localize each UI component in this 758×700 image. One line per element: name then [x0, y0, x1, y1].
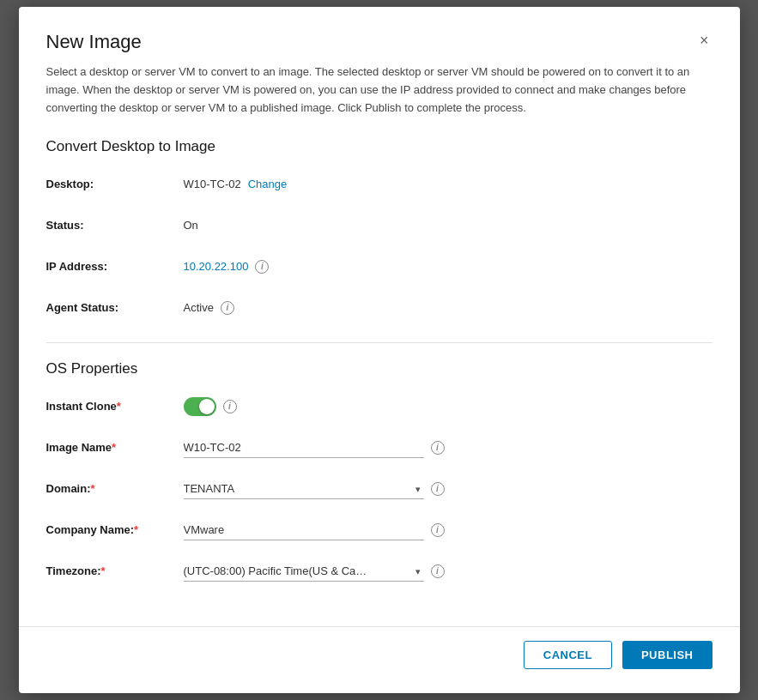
agent-row: Agent Status: Active i: [46, 294, 713, 322]
timezone-select-wrapper: (UTC-08:00) Pacific Time(US & Ca… ▾: [184, 561, 424, 582]
os-properties-section: OS Properties Instant Clone* i Image Nam…: [46, 360, 713, 585]
timezone-info-icon[interactable]: i: [431, 564, 445, 578]
image-name-row: Image Name* i: [46, 434, 713, 462]
ip-label: IP Address:: [46, 260, 184, 273]
section2-title: OS Properties: [46, 360, 713, 377]
dialog-title: New Image: [46, 31, 142, 53]
agent-value-container: Active i: [184, 301, 713, 315]
status-value: On: [184, 219, 198, 232]
company-row: Company Name:* i: [46, 516, 713, 544]
new-image-dialog: New Image × Select a desktop or server V…: [19, 7, 740, 692]
ip-info-icon[interactable]: i: [255, 260, 269, 274]
instant-clone-label: Instant Clone*: [46, 400, 184, 413]
image-name-label: Image Name*: [46, 441, 184, 454]
agent-info-icon[interactable]: i: [221, 301, 234, 315]
ip-row: IP Address: 10.20.22.100 i: [46, 253, 713, 281]
dialog-footer: CANCEL PUBLISH: [19, 626, 740, 693]
instant-clone-info-icon[interactable]: i: [223, 400, 237, 413]
convert-section: Convert Desktop to Image Desktop: W10-TC…: [46, 138, 713, 322]
company-name-input[interactable]: [184, 520, 424, 540]
publish-button[interactable]: PUBLISH: [622, 641, 713, 669]
intro-text: Select a desktop or server VM to convert…: [46, 63, 713, 117]
cancel-button[interactable]: CANCEL: [524, 641, 612, 669]
domain-select-wrapper: TENANTA ▾: [184, 479, 424, 499]
timezone-row: Timezone:* (UTC-08:00) Pacific Time(US &…: [46, 558, 713, 585]
timezone-value: (UTC-08:00) Pacific Time(US & Ca… ▾ i: [184, 561, 713, 582]
section1-title: Convert Desktop to Image: [46, 138, 713, 155]
toggle-thumb: [199, 399, 215, 414]
timezone-select[interactable]: (UTC-08:00) Pacific Time(US & Ca…: [184, 561, 424, 582]
section-divider: [46, 342, 713, 343]
company-label: Company Name:*: [46, 523, 184, 536]
ip-address-link[interactable]: 10.20.22.100: [184, 260, 249, 273]
image-name-value: i: [184, 438, 713, 458]
instant-clone-value: i: [184, 397, 713, 416]
domain-required: *: [91, 482, 95, 495]
close-button[interactable]: ×: [696, 31, 713, 50]
desktop-value-container: W10-TC-02 Change: [184, 178, 713, 190]
domain-select[interactable]: TENANTA: [184, 479, 424, 499]
agent-value: Active: [184, 301, 214, 314]
timezone-required: *: [101, 564, 106, 577]
agent-label: Agent Status:: [46, 301, 184, 314]
dialog-header: New Image ×: [19, 7, 740, 63]
domain-value: TENANTA ▾ i: [184, 479, 713, 499]
instant-clone-toggle[interactable]: [184, 397, 216, 416]
instant-clone-row: Instant Clone* i: [46, 393, 713, 420]
desktop-row: Desktop: W10-TC-02 Change: [46, 171, 713, 198]
domain-label: Domain:*: [46, 482, 184, 495]
dialog-body: Select a desktop or server VM to convert…: [19, 63, 740, 625]
desktop-value: W10-TC-02: [184, 178, 241, 190]
domain-row: Domain:* TENANTA ▾ i: [46, 475, 713, 503]
desktop-label: Desktop:: [46, 178, 184, 190]
status-row: Status: On: [46, 212, 713, 239]
image-name-input[interactable]: [184, 438, 424, 458]
company-info-icon[interactable]: i: [431, 523, 445, 537]
status-value-container: On: [184, 219, 713, 232]
company-value: i: [184, 520, 713, 540]
domain-info-icon[interactable]: i: [431, 482, 445, 496]
timezone-label: Timezone:*: [46, 564, 184, 577]
image-name-required: *: [112, 441, 116, 454]
status-label: Status:: [46, 219, 184, 232]
image-name-info-icon[interactable]: i: [431, 441, 445, 455]
company-required: *: [134, 523, 138, 536]
desktop-change-link[interactable]: Change: [248, 178, 288, 190]
instant-clone-required: *: [117, 400, 121, 413]
ip-value-container: 10.20.22.100 i: [184, 260, 713, 274]
